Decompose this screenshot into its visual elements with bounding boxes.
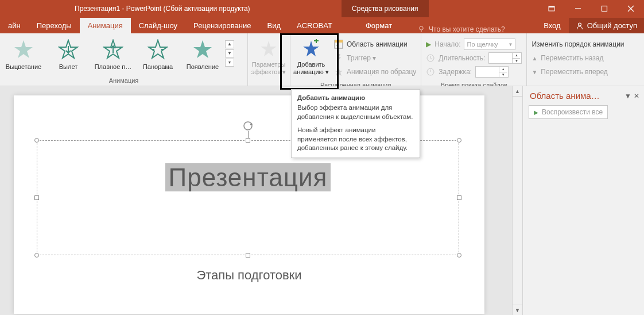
painter-icon xyxy=(334,67,343,76)
resize-handle[interactable] xyxy=(457,253,461,258)
anim-flyin[interactable]: Вылет xyxy=(46,36,91,72)
anim-label: Появление xyxy=(181,63,224,70)
trigger-icon xyxy=(334,53,343,63)
anim-floatin[interactable]: Плавное п… xyxy=(91,36,135,72)
pane-icon xyxy=(334,40,343,49)
svg-marker-18 xyxy=(261,41,277,56)
play-all-label: Воспроизвести все xyxy=(542,108,603,116)
duration-row: Длительность: ▲▼ xyxy=(426,52,522,64)
star-icon xyxy=(103,39,123,60)
tab-transitions[interactable]: Переходы xyxy=(29,18,80,33)
slide-editor: Презентация Этапы подготовки ▲ ▼ xyxy=(0,86,522,315)
resize-handle[interactable] xyxy=(457,138,461,143)
anim-appear[interactable]: Появление xyxy=(180,36,225,72)
tab-acrobat[interactable]: ACROBAT xyxy=(289,18,340,33)
tab-view[interactable]: Вид xyxy=(259,18,289,33)
resize-handle[interactable] xyxy=(34,253,39,258)
anim-label: Выцветание xyxy=(2,63,45,70)
scroll-up[interactable]: ▲ xyxy=(513,86,522,97)
duration-spinner[interactable]: ▲▼ xyxy=(488,52,522,64)
gallery-more[interactable]: ▾ xyxy=(225,59,234,67)
gallery-down[interactable]: ▼ xyxy=(225,49,234,57)
svg-point-31 xyxy=(244,122,252,130)
tooltip-body: Выбор эффекта анимации для добавления к … xyxy=(297,103,414,121)
pane-menu-icon[interactable]: ▼ xyxy=(624,92,631,100)
anim-fade[interactable]: Выцветание xyxy=(1,36,46,72)
scroll-down[interactable]: ▼ xyxy=(513,305,522,315)
group-label: Анимация xyxy=(1,76,246,86)
svg-marker-9 xyxy=(14,40,33,58)
bulb-icon xyxy=(417,25,425,33)
tab-animation[interactable]: Анимация xyxy=(80,18,131,33)
svg-marker-24 xyxy=(336,44,338,47)
star-plus-icon xyxy=(301,39,321,59)
add-animation-label: Добавить анимацию ▾ xyxy=(293,61,329,76)
trigger-button: Триггер ▾ xyxy=(334,52,416,64)
group-extended-animation: Добавить анимацию ▾ Область анимации Три… xyxy=(290,33,421,86)
effect-options-button: Параметры эффектов ▾ xyxy=(249,36,288,78)
animation-painter-button: Анимация по образцу xyxy=(334,66,416,78)
delay-label: Задержка: xyxy=(439,68,472,76)
resize-handle[interactable] xyxy=(246,253,250,258)
svg-rect-21 xyxy=(316,39,317,43)
ribbon: Выцветание Вылет Плавное п… Панорама Поя… xyxy=(0,33,644,86)
clock-icon xyxy=(426,67,435,76)
start-label: Начало: xyxy=(434,40,460,48)
contextual-tab-label: Средства рисования xyxy=(342,0,428,17)
delay-input[interactable] xyxy=(476,67,499,77)
duration-input[interactable] xyxy=(489,53,512,63)
tooltip-title: Добавить анимацию xyxy=(297,94,414,101)
resize-handle[interactable] xyxy=(34,195,39,200)
share-label: Общий доступ xyxy=(587,21,637,30)
animation-pane-title: Область анима… xyxy=(530,91,600,101)
vertical-scrollbar[interactable]: ▲ ▼ xyxy=(512,86,522,315)
add-animation-button[interactable]: Добавить анимацию ▾ xyxy=(292,36,331,80)
slide-subtitle[interactable]: Этапы подготовки xyxy=(14,258,484,283)
delay-spinner[interactable]: ▲▼ xyxy=(475,66,509,78)
close-button[interactable] xyxy=(618,0,644,17)
gallery-up[interactable]: ▲ xyxy=(225,40,234,48)
group-animation: Выцветание Вылет Плавное п… Панорама Поя… xyxy=(0,33,248,86)
trigger-label: Триггер ▾ xyxy=(347,54,376,62)
resize-handle[interactable] xyxy=(34,138,39,143)
animation-pane-button[interactable]: Область анимации xyxy=(334,38,416,51)
resize-handle[interactable] xyxy=(246,138,250,143)
ribbon-tabs: айн Переходы Анимация Слайд-шоу Рецензир… xyxy=(0,17,644,33)
tab-slideshow[interactable]: Слайд-шоу xyxy=(131,18,185,33)
svg-rect-1 xyxy=(549,6,554,7)
tab-review[interactable]: Рецензирование xyxy=(185,18,259,33)
resize-handle[interactable] xyxy=(457,195,461,200)
group-effect-options: Параметры эффектов ▾ xyxy=(248,33,290,86)
svg-marker-19 xyxy=(303,41,319,56)
svg-point-8 xyxy=(578,23,581,26)
tab-design[interactable]: айн xyxy=(0,18,29,33)
sign-in-link[interactable]: Вход xyxy=(536,18,568,33)
tab-format[interactable]: Формат xyxy=(358,18,400,33)
tell-me-placeholder: Что вы хотите сделать? xyxy=(429,25,505,33)
svg-marker-17 xyxy=(193,40,212,58)
person-icon xyxy=(576,22,584,30)
window-title: Презентация1 - PowerPoint (Сбой активаци… xyxy=(0,5,250,13)
clock-icon xyxy=(426,53,435,63)
play-icon: ▶ xyxy=(534,109,538,116)
reorder-title: Изменить порядок анимации xyxy=(532,38,624,51)
start-dropdown[interactable]: По щелчку▼ xyxy=(464,39,515,50)
animation-pane-label: Область анимации xyxy=(347,40,408,48)
star-icon-disabled xyxy=(259,39,278,59)
gallery-scroll: ▲ ▼ ▾ xyxy=(225,36,234,72)
pane-close-icon[interactable]: ✕ xyxy=(634,92,639,100)
ribbon-display-options-icon[interactable] xyxy=(538,0,565,17)
svg-line-28 xyxy=(430,58,432,59)
svg-point-6 xyxy=(420,26,423,30)
tell-me-search[interactable]: Что вы хотите сделать? xyxy=(417,25,505,33)
rotate-handle-icon[interactable] xyxy=(243,121,253,131)
anim-split[interactable]: Панорама xyxy=(135,36,180,72)
effect-options-label: Параметры эффектов ▾ xyxy=(250,61,287,76)
animation-pane: Область анима… ▼ ✕ ▶ Воспроизвести все xyxy=(522,86,644,315)
maximize-button[interactable] xyxy=(591,0,618,17)
share-button[interactable]: Общий доступ xyxy=(569,18,644,33)
star-icon xyxy=(13,39,34,60)
minimize-button[interactable] xyxy=(565,0,591,17)
tooltip-body: Новый эффект анимации применяется после … xyxy=(297,126,414,153)
star-icon xyxy=(192,39,213,60)
